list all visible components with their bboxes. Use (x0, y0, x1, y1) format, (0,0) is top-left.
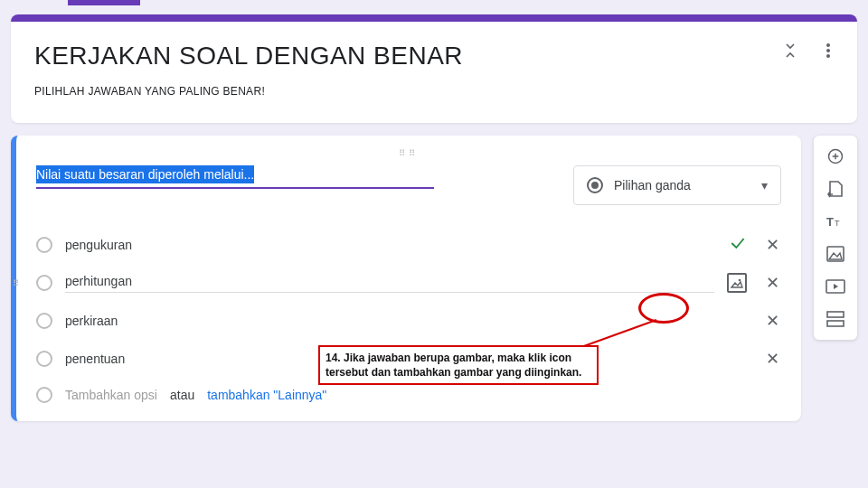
svg-text:T: T (835, 219, 840, 228)
import-question-icon[interactable] (826, 179, 845, 199)
radio-circle-icon[interactable] (36, 237, 52, 253)
add-section-icon[interactable] (826, 309, 845, 329)
option-row: perkiraan ✕ (36, 302, 781, 340)
question-type-dropdown[interactable]: Pilihan ganda ▾ (573, 165, 781, 205)
radio-icon (587, 177, 603, 193)
svg-point-1 (826, 49, 830, 52)
add-video-icon[interactable] (826, 277, 845, 296)
add-image-icon[interactable] (727, 273, 747, 293)
add-other-link[interactable]: tambahkan "Lainnya" (207, 388, 326, 402)
option-label[interactable]: perkiraan (65, 314, 750, 328)
drag-handle-icon[interactable]: ⠿⠿ (36, 148, 781, 158)
annotation-line2: tersebut dan tambahkan gambar yang diing… (326, 365, 591, 380)
grip-icon[interactable]: ⠿ (13, 278, 20, 288)
add-option-link[interactable]: Tambahkan opsi (65, 388, 157, 402)
form-header-card: KERJAKAN SOAL DENGAN BENAR PILIHLAH JAWA… (11, 14, 857, 123)
svg-point-2 (826, 54, 830, 58)
caret-down-icon: ▾ (761, 178, 768, 192)
option-label[interactable]: perhitungan (65, 274, 714, 293)
option-row: ⠿ perhitungan ✕ (36, 264, 781, 302)
or-text: atau (170, 388, 194, 402)
option-row: pengukuran ✕ (36, 225, 781, 264)
form-title: KERJAKAN SOAL DENGAN BENAR (34, 42, 834, 70)
question-title-input[interactable]: Nilai suatu besaran diperoleh melalui... (36, 165, 434, 189)
svg-text:T: T (826, 215, 834, 229)
add-question-icon[interactable] (826, 146, 845, 166)
svg-point-0 (826, 43, 830, 47)
remove-option-icon[interactable]: ✕ (763, 349, 781, 369)
more-vert-icon[interactable] (819, 42, 837, 60)
accent-bar (68, 0, 140, 5)
svg-rect-9 (827, 312, 844, 317)
side-toolbar: TT (814, 136, 857, 340)
form-description: PILIHLAH JAWABAN YANG PALING BENAR! (34, 85, 834, 98)
radio-circle-icon[interactable] (36, 313, 52, 329)
check-icon (729, 234, 747, 255)
radio-circle-icon[interactable] (36, 275, 52, 291)
remove-option-icon[interactable]: ✕ (763, 273, 781, 293)
add-image-toolbar-icon[interactable] (826, 244, 845, 264)
question-title-text: Nilai suatu besaran diperoleh melalui... (36, 165, 254, 183)
add-title-icon[interactable]: TT (826, 211, 845, 231)
collapse-icon[interactable] (781, 42, 799, 60)
radio-circle-icon (36, 387, 52, 403)
option-label[interactable]: pengukuran (65, 238, 716, 252)
annotation-line1: 14. Jika jawaban berupa gambar, maka kli… (326, 351, 591, 365)
remove-option-icon[interactable]: ✕ (763, 235, 781, 255)
annotation-callout: 14. Jika jawaban berupa gambar, maka kli… (318, 345, 599, 385)
radio-circle-icon[interactable] (36, 351, 52, 367)
svg-point-3 (739, 279, 741, 282)
remove-option-icon[interactable]: ✕ (763, 311, 781, 331)
svg-rect-10 (827, 321, 844, 326)
question-type-label: Pilihan ganda (614, 178, 691, 192)
